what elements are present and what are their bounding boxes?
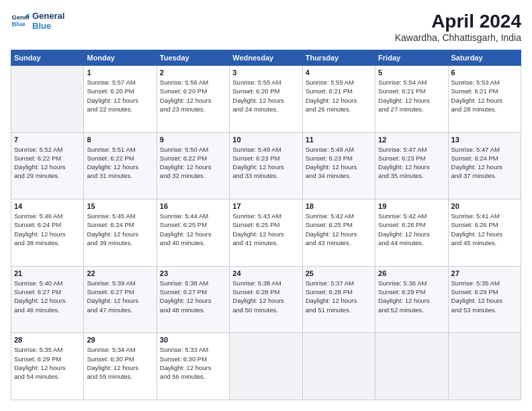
calendar-subtitle: Kawardha, Chhattisgarh, India (395, 32, 521, 43)
day-number: 30 (160, 336, 226, 344)
day-info: Sunrise: 5:39 AM Sunset: 6:27 PM Dayligh… (87, 279, 153, 314)
day-number: 14 (14, 202, 81, 210)
day-info: Sunrise: 5:38 AM Sunset: 6:28 PM Dayligh… (232, 279, 299, 314)
calendar-header-row: Sunday Monday Tuesday Wednesday Thursday… (11, 50, 521, 66)
day-number: 5 (378, 68, 445, 77)
table-row: 26Sunrise: 5:36 AM Sunset: 6:29 PM Dayli… (375, 266, 448, 333)
table-row (302, 333, 375, 400)
day-number: 11 (306, 136, 372, 144)
day-number: 22 (87, 269, 153, 277)
day-info: Sunrise: 5:34 AM Sunset: 6:30 PM Dayligh… (87, 345, 153, 381)
col-sunday: Sunday (11, 50, 84, 66)
table-row (375, 333, 448, 400)
logo-line1: General (32, 11, 64, 21)
table-row: 3Sunrise: 5:55 AM Sunset: 6:20 PM Daylig… (230, 66, 302, 133)
title-block: April 2024 Kawardha, Chhattisgarh, India (395, 11, 521, 43)
table-row: 7Sunrise: 5:52 AM Sunset: 6:22 PM Daylig… (11, 132, 84, 199)
table-row: 11Sunrise: 5:48 AM Sunset: 6:23 PM Dayli… (302, 132, 375, 199)
table-row: 21Sunrise: 5:40 AM Sunset: 6:27 PM Dayli… (11, 266, 84, 333)
table-row: 30Sunrise: 5:33 AM Sunset: 6:30 PM Dayli… (157, 333, 229, 400)
calendar-week-row: 7Sunrise: 5:52 AM Sunset: 6:22 PM Daylig… (11, 132, 521, 199)
table-row: 16Sunrise: 5:44 AM Sunset: 6:25 PM Dayli… (157, 199, 229, 267)
calendar-page: General Blue General Blue April 2024 Kaw… (0, 0, 532, 411)
day-number: 15 (87, 202, 153, 210)
day-info: Sunrise: 5:52 AM Sunset: 6:22 PM Dayligh… (14, 145, 81, 181)
table-row: 24Sunrise: 5:38 AM Sunset: 6:28 PM Dayli… (230, 266, 302, 333)
calendar-table: Sunday Monday Tuesday Wednesday Thursday… (11, 50, 521, 400)
day-number: 25 (306, 269, 372, 277)
day-number: 23 (160, 269, 226, 277)
day-number: 28 (14, 336, 81, 344)
day-number: 1 (87, 68, 153, 77)
day-number: 17 (232, 202, 299, 210)
day-info: Sunrise: 5:51 AM Sunset: 6:22 PM Dayligh… (87, 145, 153, 181)
day-number: 29 (87, 336, 153, 344)
table-row: 29Sunrise: 5:34 AM Sunset: 6:30 PM Dayli… (84, 333, 157, 400)
day-info: Sunrise: 5:41 AM Sunset: 6:26 PM Dayligh… (451, 212, 518, 247)
logo: General Blue General Blue (11, 11, 64, 31)
day-info: Sunrise: 5:35 AM Sunset: 6:29 PM Dayligh… (451, 279, 518, 314)
day-info: Sunrise: 5:37 AM Sunset: 6:28 PM Dayligh… (306, 279, 372, 314)
table-row: 1Sunrise: 5:57 AM Sunset: 6:20 PM Daylig… (84, 66, 157, 133)
page-header: General Blue General Blue April 2024 Kaw… (11, 11, 521, 43)
table-row: 9Sunrise: 5:50 AM Sunset: 6:22 PM Daylig… (157, 132, 229, 199)
day-info: Sunrise: 5:56 AM Sunset: 6:20 PM Dayligh… (160, 78, 226, 113)
day-info: Sunrise: 5:55 AM Sunset: 6:20 PM Dayligh… (232, 78, 299, 113)
day-info: Sunrise: 5:42 AM Sunset: 6:26 PM Dayligh… (378, 212, 445, 247)
table-row: 28Sunrise: 5:35 AM Sunset: 6:29 PM Dayli… (11, 333, 84, 400)
day-info: Sunrise: 5:57 AM Sunset: 6:20 PM Dayligh… (87, 78, 153, 113)
table-row: 22Sunrise: 5:39 AM Sunset: 6:27 PM Dayli… (84, 266, 157, 333)
col-wednesday: Wednesday (230, 50, 302, 66)
day-info: Sunrise: 5:53 AM Sunset: 6:21 PM Dayligh… (451, 78, 518, 113)
table-row: 20Sunrise: 5:41 AM Sunset: 6:26 PM Dayli… (448, 199, 521, 267)
table-row: 15Sunrise: 5:45 AM Sunset: 6:24 PM Dayli… (84, 199, 157, 267)
table-row: 18Sunrise: 5:42 AM Sunset: 6:25 PM Dayli… (302, 199, 375, 267)
day-number: 27 (451, 269, 518, 277)
table-row: 5Sunrise: 5:54 AM Sunset: 6:21 PM Daylig… (375, 66, 448, 133)
table-row: 19Sunrise: 5:42 AM Sunset: 6:26 PM Dayli… (375, 199, 448, 267)
table-row: 14Sunrise: 5:46 AM Sunset: 6:24 PM Dayli… (11, 199, 84, 267)
day-info: Sunrise: 5:47 AM Sunset: 6:24 PM Dayligh… (451, 145, 518, 181)
table-row: 17Sunrise: 5:43 AM Sunset: 6:25 PM Dayli… (230, 199, 302, 267)
day-number: 7 (14, 136, 81, 144)
col-tuesday: Tuesday (157, 50, 229, 66)
day-number: 2 (160, 68, 226, 77)
calendar-week-row: 14Sunrise: 5:46 AM Sunset: 6:24 PM Dayli… (11, 199, 521, 267)
calendar-week-row: 1Sunrise: 5:57 AM Sunset: 6:20 PM Daylig… (11, 66, 521, 133)
col-monday: Monday (84, 50, 157, 66)
day-info: Sunrise: 5:42 AM Sunset: 6:25 PM Dayligh… (306, 212, 372, 247)
table-row: 13Sunrise: 5:47 AM Sunset: 6:24 PM Dayli… (448, 132, 521, 199)
day-info: Sunrise: 5:38 AM Sunset: 6:27 PM Dayligh… (160, 279, 226, 314)
table-row (11, 66, 84, 133)
svg-text:Blue: Blue (12, 21, 26, 28)
logo-icon: General Blue (11, 11, 30, 30)
table-row: 2Sunrise: 5:56 AM Sunset: 6:20 PM Daylig… (157, 66, 229, 133)
col-friday: Friday (375, 50, 448, 66)
day-info: Sunrise: 5:46 AM Sunset: 6:24 PM Dayligh… (14, 212, 81, 247)
day-info: Sunrise: 5:35 AM Sunset: 6:29 PM Dayligh… (14, 345, 81, 381)
col-saturday: Saturday (448, 50, 521, 66)
table-row: 6Sunrise: 5:53 AM Sunset: 6:21 PM Daylig… (448, 66, 521, 133)
day-number: 8 (87, 136, 153, 144)
table-row: 12Sunrise: 5:47 AM Sunset: 6:23 PM Dayli… (375, 132, 448, 199)
table-row (230, 333, 302, 400)
day-info: Sunrise: 5:47 AM Sunset: 6:23 PM Dayligh… (378, 145, 445, 181)
day-number: 16 (160, 202, 226, 210)
day-number: 3 (232, 68, 299, 77)
day-number: 9 (160, 136, 226, 144)
col-thursday: Thursday (302, 50, 375, 66)
day-number: 24 (232, 269, 299, 277)
day-info: Sunrise: 5:54 AM Sunset: 6:21 PM Dayligh… (378, 78, 445, 113)
day-number: 19 (378, 202, 445, 210)
day-number: 26 (378, 269, 445, 277)
day-number: 4 (306, 68, 372, 77)
table-row: 4Sunrise: 5:55 AM Sunset: 6:21 PM Daylig… (302, 66, 375, 133)
day-number: 21 (14, 269, 81, 277)
day-info: Sunrise: 5:48 AM Sunset: 6:23 PM Dayligh… (306, 145, 372, 181)
calendar-week-row: 28Sunrise: 5:35 AM Sunset: 6:29 PM Dayli… (11, 333, 521, 400)
calendar-week-row: 21Sunrise: 5:40 AM Sunset: 6:27 PM Dayli… (11, 266, 521, 333)
day-number: 10 (232, 136, 299, 144)
table-row: 25Sunrise: 5:37 AM Sunset: 6:28 PM Dayli… (302, 266, 375, 333)
calendar-title: April 2024 (395, 11, 521, 32)
day-info: Sunrise: 5:44 AM Sunset: 6:25 PM Dayligh… (160, 212, 226, 247)
